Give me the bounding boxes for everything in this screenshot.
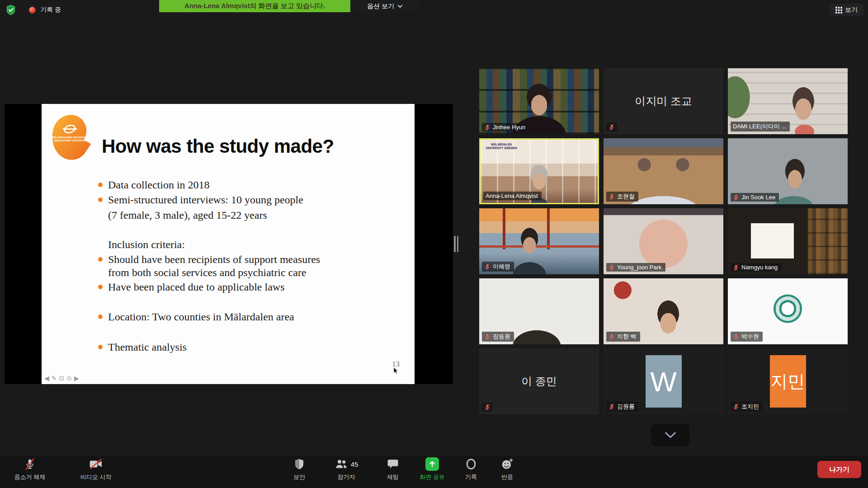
mdh-university-logo: MÄLARDALENS HÖGSKOLA ESKILSTUNA VÄSTERÅS: [51, 114, 92, 161]
participant-tile[interactable]: 지향 백: [604, 278, 723, 344]
slide-bullet-line: Location: Two counties in Mälardalen are…: [108, 310, 343, 324]
slide-bullet-line: (7 female, 3 male), aged 15-22 years: [108, 209, 343, 222]
participant-name: 지향 백: [617, 333, 637, 341]
presentation-slide: MÄLARDALENS HÖGSKOLA ESKILSTUNA VÄSTERÅS…: [42, 104, 415, 384]
participant-tile[interactable]: DAMI LEE(이다미 ...: [728, 68, 848, 134]
view-options-button[interactable]: 옵션 보기: [350, 0, 420, 12]
muted-mic-icon: [733, 264, 739, 271]
participant-name-tag: 장동원: [482, 332, 514, 342]
share-screen-button[interactable]: 화면 공유: [410, 457, 455, 487]
bullet-text: (7 female, 3 male), aged 15-22 years: [108, 209, 267, 221]
participant-tile[interactable]: 이지미 조교: [604, 68, 723, 134]
slide-bullet-line: Data collection in 2018: [108, 178, 343, 192]
slide-bullet-line: Semi-structured interviews: 10 young peo…: [108, 193, 343, 206]
participant-name-tag: Anna-Lena Almqvist: [483, 192, 542, 200]
participant-tile[interactable]: 장동원: [479, 278, 599, 344]
slide-bullet-line: Thematic analysis: [108, 341, 343, 354]
zoom-meeting-window: 기록 중 Anna-Lena Almqvist의 화면을 보고 있습니다. 옵션…: [0, 0, 868, 488]
slide-title: How was the study made?: [102, 136, 334, 157]
participant-tile[interactable]: Jin Sook Lee: [728, 138, 848, 204]
participant-tile[interactable]: 이 종민: [479, 348, 599, 414]
participant-tile[interactable]: 조현철: [604, 138, 723, 204]
view-layout-label: 보기: [845, 6, 858, 14]
bullet-text: Have been placed due to applicable laws: [108, 281, 285, 293]
muted-mic-icon: [609, 124, 615, 130]
unmute-button[interactable]: 음소거 해제: [6, 457, 53, 487]
record-button[interactable]: 기록: [451, 457, 491, 487]
reactions-button[interactable]: 반응: [487, 457, 528, 487]
participant-tile[interactable]: MÄLARDALEN UNIVERSITY SWEDENAnna-Lena Al…: [479, 138, 599, 204]
slide-next-icon[interactable]: ▶: [74, 375, 79, 381]
bullet-dot: [98, 345, 103, 349]
participant-avatar: W: [646, 355, 682, 408]
panel-resize-handle[interactable]: [454, 236, 459, 252]
participant-tile[interactable]: 박수현: [728, 278, 848, 344]
participant-tile[interactable]: Young_joon Park: [604, 208, 723, 274]
chat-label: 채팅: [387, 473, 399, 481]
bullet-text: Semi-structured interviews: 10 young peo…: [108, 194, 303, 206]
annotate-pen-icon[interactable]: ✎: [52, 375, 57, 381]
bullet-dot: [98, 285, 103, 289]
participant-name-tag: Jinhee Hyun: [482, 123, 529, 131]
gallery-collapse-button[interactable]: [651, 424, 689, 446]
bullet-text: Data collection in 2018: [108, 179, 210, 191]
participant-name: DAMI LEE(이다미 ...: [733, 122, 786, 131]
security-shield-icon: [293, 458, 305, 470]
participant-name: Young_joon Park: [617, 264, 662, 271]
muted-mic-icon: [484, 124, 491, 131]
participant-name: Anna-Lena Almqvist: [486, 192, 538, 199]
security-button[interactable]: 보안: [279, 457, 320, 487]
participant-name-tag: [606, 122, 617, 131]
participant-name: 김원룡: [617, 403, 635, 411]
view-options-label: 옵션 보기: [367, 2, 394, 10]
screen-share-banner: Anna-Lena Almqvist의 화면을 보고 있습니다.: [159, 0, 350, 12]
slide-prev-icon[interactable]: ◀: [44, 375, 49, 381]
record-label: 기록: [465, 473, 477, 481]
participant-name-tag: Young_joon Park: [606, 263, 665, 272]
start-video-label: 비디오 시작: [80, 473, 112, 481]
bullet-text: Should have been recipients of support m…: [108, 253, 320, 278]
participant-tile[interactable]: 이혜령: [479, 208, 599, 274]
slide-bullet-line: Have been placed due to applicable laws: [108, 281, 343, 294]
participant-name: 장동원: [493, 333, 510, 341]
participant-name: Jin Sook Lee: [741, 194, 775, 201]
participant-name: Namgyu kang: [741, 264, 778, 271]
participant-tile[interactable]: Namgyu kang: [728, 208, 848, 274]
participant-name-tag: 조지민: [731, 402, 763, 412]
share-screen-icon: [425, 457, 439, 471]
participant-name-tag: Jin Sook Lee: [731, 193, 779, 202]
participant-name: Jinhee Hyun: [493, 124, 525, 131]
slide-more-icon[interactable]: ⊙: [66, 375, 72, 381]
muted-mic-icon: [609, 264, 615, 271]
participant-tile[interactable]: Jinhee Hyun: [479, 68, 599, 134]
bullet-text: Location: Two counties in Mälardalen are…: [108, 311, 294, 323]
participant-name-centered: 이지미 조교: [604, 68, 723, 134]
meeting-toolbar: 음소거 해제 비디오 시작: [0, 455, 868, 488]
leave-meeting-button[interactable]: 나가기: [817, 461, 861, 478]
recording-label: 기록 중: [40, 6, 61, 14]
slide-bullet-line: Should have been recipients of support m…: [108, 253, 343, 279]
participant-tile[interactable]: W 김원룡: [604, 348, 723, 414]
participant-name: 이혜령: [493, 263, 510, 271]
encryption-shield-icon: [5, 5, 16, 15]
recording-dot-icon: [29, 7, 36, 14]
muted-mic-icon: [733, 404, 739, 410]
participant-tile[interactable]: 지민 조지민: [728, 348, 848, 414]
slide-page-number: 13: [382, 360, 400, 369]
presentation-controls: ◀✎⊡⊙▶: [44, 375, 79, 381]
chat-button[interactable]: 채팅: [373, 457, 413, 487]
participant-name-tag: 조현철: [606, 192, 638, 202]
shared-screen-area: MÄLARDALENS HÖGSKOLA ESKILSTUNA VÄSTERÅS…: [5, 104, 453, 384]
logo-text-line1: MÄLARDALENS HÖGSKOLA: [52, 136, 88, 139]
start-video-button[interactable]: 비디오 시작: [72, 457, 119, 487]
slide-overview-icon[interactable]: ⊡: [59, 375, 65, 381]
participant-name-tag: 이혜령: [482, 262, 514, 272]
participants-button[interactable]: 45 참가자: [324, 457, 369, 487]
video-off-icon: [89, 459, 103, 469]
view-layout-button[interactable]: 보기: [830, 4, 863, 16]
chat-bubble-icon: [387, 458, 399, 470]
participant-name-tag: 지향 백: [606, 332, 640, 342]
muted-mic-icon: [24, 458, 36, 470]
participants-icon: [335, 458, 348, 470]
bullet-text: Inclusion criteria:: [108, 239, 185, 250]
